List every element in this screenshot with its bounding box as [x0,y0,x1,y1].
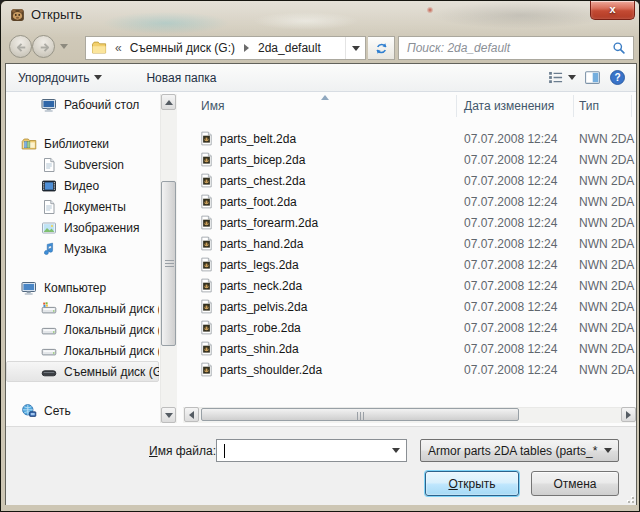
sidebar-item-subversion[interactable]: Subversion [6,154,159,175]
sidebar-item-label: Сеть [44,404,71,418]
2da-file-icon [199,278,214,293]
file-type: NWN 2DA [579,153,635,167]
chevron-down-icon [352,46,360,51]
scrollbar-left-button[interactable] [184,407,199,422]
open-button[interactable]: Открыть [425,471,519,496]
chevron-down-icon [392,448,400,453]
file-row[interactable]: parts_shoulder.2da 07.07.2008 12:24 NWN … [183,359,635,380]
file-row[interactable]: parts_robe.2da 07.07.2008 12:24 NWN 2DA [183,317,635,338]
sidebar-item-disk-c[interactable]: Локальный диск (C [6,298,159,319]
file-row[interactable]: parts_shin.2da 07.07.2008 12:24 NWN 2DA [183,338,635,359]
file-type: NWN 2DA [579,279,635,293]
sidebar-item-disk-g[interactable]: Съемный диск (G:) [6,361,159,382]
cancel-button[interactable]: Отмена [531,471,619,496]
sidebar-item-video[interactable]: Видео [6,175,159,196]
new-folder-button[interactable]: Новая папка [138,67,224,89]
app-icon [9,6,26,23]
sidebar-item-disk-f[interactable]: Локальный диск (F: [6,340,159,361]
address-dropdown-button[interactable] [345,37,365,59]
search-box[interactable]: Поиск: 2da_default [398,36,634,60]
preview-pane-icon[interactable] [584,69,601,86]
sidebar-item-computer[interactable]: Компьютер [6,277,159,298]
sidebar-item-label: Локальный диск (F: [64,344,159,358]
column-divider[interactable] [456,95,457,117]
sidebar-item-label: Изображения [64,221,139,235]
file-date: 07.07.2008 12:24 [464,279,557,293]
file-row[interactable]: parts_forearm.2da 07.07.2008 12:24 NWN 2… [183,212,635,233]
film-icon [41,178,57,194]
back-button[interactable] [9,35,32,58]
column-header-date[interactable]: Дата изменения [464,99,554,113]
thumb-grip [165,263,174,264]
file-row[interactable]: parts_foot.2da 07.07.2008 12:24 NWN 2DA [183,191,635,212]
2da-file-icon [199,173,214,188]
views-button[interactable] [547,69,576,86]
file-date: 07.07.2008 12:24 [464,174,557,188]
file-row[interactable]: parts_bicep.2da 07.07.2008 12:24 NWN 2DA [183,149,635,170]
organize-button[interactable]: Упорядочить [10,67,110,89]
file-row[interactable]: parts_hand.2da 07.07.2008 12:24 NWN 2DA [183,233,635,254]
filename-label: Имя файла: [96,444,216,458]
breadcrumb-separator-icon[interactable] [244,44,249,52]
file-row[interactable]: parts_chest.2da 07.07.2008 12:24 NWN 2DA [183,170,635,191]
filename-dropdown-button[interactable] [389,440,403,461]
column-header-name[interactable]: Имя [201,99,224,113]
column-divider[interactable] [631,95,632,117]
sidebar-item-label: Локальный диск (D [64,323,159,337]
file-row[interactable]: parts_legs.2da 07.07.2008 12:24 NWN 2DA [183,254,635,275]
file-type: NWN 2DA [579,363,635,377]
organize-label: Упорядочить [18,71,89,85]
2da-file-icon [199,194,214,209]
column-divider[interactable] [573,95,574,117]
sidebar-scrollbar-thumb[interactable] [161,181,176,346]
chevron-down-icon [94,75,102,80]
chevron-down-icon [604,448,612,453]
file-type: NWN 2DA [579,258,635,272]
file-row[interactable]: parts_neck.2da 07.07.2008 12:24 NWN 2DA [183,275,635,296]
drive-icon [41,343,57,359]
resize-grip[interactable] [624,493,634,503]
file-name: parts_shin.2da [220,342,299,356]
help-icon[interactable] [609,69,626,86]
file-date: 07.07.2008 12:24 [464,195,557,209]
sidebar-item-disk-d[interactable]: Локальный диск (D [6,319,159,340]
sidebar-item-network[interactable]: Сеть [6,400,159,421]
thumb-grip [165,260,174,261]
file-type: NWN 2DA [579,174,635,188]
breadcrumb-root[interactable]: Съемный диск (G:) [126,41,239,55]
filetype-select[interactable]: Armor parts 2DA tables (parts_* [420,439,619,462]
breadcrumb-current[interactable]: 2da_default [254,41,325,55]
open-dialog-window: Открыть x « Съемный диск (G:) 2da_defaul… [0,0,640,512]
sidebar-item-documents[interactable]: Документы [6,196,159,217]
file-name: parts_pelvis.2da [220,300,307,314]
triangle-down-icon [165,413,173,418]
filename-input[interactable] [219,441,384,460]
document-icon [41,199,57,215]
sidebar-item-pictures[interactable]: Изображения [6,217,159,238]
file-date: 07.07.2008 12:24 [464,216,557,230]
file-row[interactable]: parts_belt.2da 07.07.2008 12:24 NWN 2DA [183,128,635,149]
refresh-button[interactable] [368,36,395,60]
sidebar-item-music[interactable]: Музыка [6,238,159,259]
scrollbar-right-button[interactable] [621,407,636,422]
file-row[interactable]: parts_pelvis.2da 07.07.2008 12:24 NWN 2D… [183,296,635,317]
triangle-up-icon [165,100,173,105]
file-date: 07.07.2008 12:24 [464,258,557,272]
sidebar-item-libraries[interactable]: Библиотеки [6,133,159,154]
2da-file-icon [199,320,214,335]
drive-dark-icon [41,364,57,380]
file-date: 07.07.2008 12:24 [464,321,557,335]
new-folder-label: Новая папка [146,71,216,85]
forward-button[interactable] [32,35,55,58]
thumb-grip [357,412,358,421]
file-date: 07.07.2008 12:24 [464,363,557,377]
network-icon [21,403,37,419]
close-button[interactable]: x [590,1,635,20]
column-header-type[interactable]: Тип [579,99,599,113]
breadcrumb-overflow-chevron[interactable]: « [115,41,122,55]
scrollbar-up-button[interactable] [161,94,176,110]
sidebar-item-desktop[interactable]: Рабочий стол [6,94,159,115]
list-scrollbar-thumb[interactable] [201,408,519,421]
recent-pages-chevron-icon[interactable] [60,44,68,49]
scrollbar-down-button[interactable] [161,407,176,423]
